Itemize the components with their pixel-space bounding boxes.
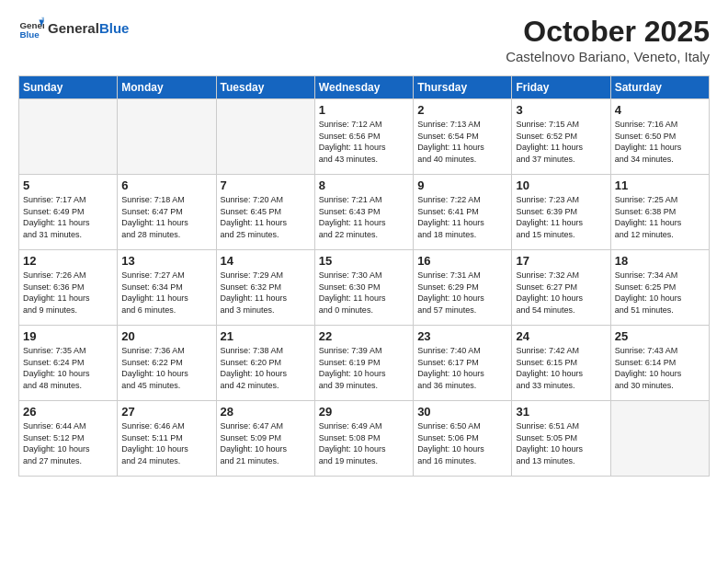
day-info: Sunrise: 7:35 AM Sunset: 6:24 PM Dayligh… [23,345,113,391]
day-info: Sunrise: 6:50 AM Sunset: 5:06 PM Dayligh… [417,420,507,466]
day-number: 12 [23,254,113,268]
day-number: 16 [417,254,507,268]
day-number: 28 [221,405,311,419]
day-number: 5 [23,178,113,192]
location-title: Castelnovo Bariano, Veneto, Italy [506,49,710,64]
day-info: Sunrise: 7:18 AM Sunset: 6:47 PM Dayligh… [121,194,211,240]
day-info: Sunrise: 7:12 AM Sunset: 6:56 PM Dayligh… [319,119,409,165]
calendar-cell: 16Sunrise: 7:31 AM Sunset: 6:29 PM Dayli… [414,250,512,326]
day-number: 9 [417,178,507,192]
calendar-cell: 2Sunrise: 7:13 AM Sunset: 6:54 PM Daylig… [414,99,512,175]
day-info: Sunrise: 7:27 AM Sunset: 6:34 PM Dayligh… [121,270,211,316]
day-number: 26 [23,405,113,419]
calendar-table: Sunday Monday Tuesday Wednesday Thursday… [18,75,710,477]
calendar-cell: 3Sunrise: 7:15 AM Sunset: 6:52 PM Daylig… [512,99,610,175]
day-number: 6 [121,178,211,192]
calendar-cell: 6Sunrise: 7:18 AM Sunset: 6:47 PM Daylig… [118,175,216,250]
page: General Blue GeneralBlue October 2025 Ca… [0,0,728,563]
calendar-week-3: 19Sunrise: 7:35 AM Sunset: 6:24 PM Dayli… [19,326,710,401]
col-sunday: Sunday [19,76,118,99]
col-thursday: Thursday [414,76,512,99]
calendar-cell: 18Sunrise: 7:34 AM Sunset: 6:25 PM Dayli… [610,250,709,326]
calendar-cell: 20Sunrise: 7:36 AM Sunset: 6:22 PM Dayli… [118,326,216,401]
day-number: 18 [615,254,705,268]
calendar-cell: 25Sunrise: 7:43 AM Sunset: 6:14 PM Dayli… [610,326,709,401]
day-number: 19 [23,329,113,343]
calendar-cell: 31Sunrise: 6:51 AM Sunset: 5:05 PM Dayli… [512,401,610,477]
day-number: 8 [319,178,409,192]
day-number: 22 [319,329,409,343]
day-info: Sunrise: 7:31 AM Sunset: 6:29 PM Dayligh… [417,270,507,316]
day-info: Sunrise: 7:25 AM Sunset: 6:38 PM Dayligh… [615,194,705,240]
day-number: 13 [121,254,211,268]
day-info: Sunrise: 7:32 AM Sunset: 6:27 PM Dayligh… [516,270,606,316]
day-info: Sunrise: 7:34 AM Sunset: 6:25 PM Dayligh… [615,270,705,316]
day-info: Sunrise: 7:15 AM Sunset: 6:52 PM Dayligh… [516,119,606,165]
calendar-cell: 19Sunrise: 7:35 AM Sunset: 6:24 PM Dayli… [19,326,118,401]
month-title: October 2025 [506,15,710,49]
calendar-header-row: Sunday Monday Tuesday Wednesday Thursday… [19,76,710,99]
day-info: Sunrise: 7:38 AM Sunset: 6:20 PM Dayligh… [221,345,311,391]
calendar-cell: 8Sunrise: 7:21 AM Sunset: 6:43 PM Daylig… [314,175,413,250]
day-number: 31 [516,405,606,419]
calendar-cell: 14Sunrise: 7:29 AM Sunset: 6:32 PM Dayli… [216,250,314,326]
calendar-cell: 10Sunrise: 7:23 AM Sunset: 6:39 PM Dayli… [512,175,610,250]
day-number: 15 [319,254,409,268]
day-info: Sunrise: 7:17 AM Sunset: 6:49 PM Dayligh… [23,194,113,240]
day-number: 4 [615,103,705,117]
calendar-cell: 22Sunrise: 7:39 AM Sunset: 6:19 PM Dayli… [314,326,413,401]
day-number: 17 [516,254,606,268]
calendar-cell: 21Sunrise: 7:38 AM Sunset: 6:20 PM Dayli… [216,326,314,401]
calendar-cell: 7Sunrise: 7:20 AM Sunset: 6:45 PM Daylig… [216,175,314,250]
calendar-cell: 23Sunrise: 7:40 AM Sunset: 6:17 PM Dayli… [414,326,512,401]
calendar-week-4: 26Sunrise: 6:44 AM Sunset: 5:12 PM Dayli… [19,401,710,477]
day-number: 11 [615,178,705,192]
calendar-cell: 26Sunrise: 6:44 AM Sunset: 5:12 PM Dayli… [19,401,118,477]
day-number: 30 [417,405,507,419]
day-info: Sunrise: 7:22 AM Sunset: 6:41 PM Dayligh… [417,194,507,240]
day-number: 23 [417,329,507,343]
svg-text:Blue: Blue [19,29,40,40]
day-info: Sunrise: 6:47 AM Sunset: 5:09 PM Dayligh… [221,420,311,466]
day-info: Sunrise: 7:30 AM Sunset: 6:30 PM Dayligh… [319,270,409,316]
calendar-cell: 28Sunrise: 6:47 AM Sunset: 5:09 PM Dayli… [216,401,314,477]
day-info: Sunrise: 7:21 AM Sunset: 6:43 PM Dayligh… [319,194,409,240]
day-info: Sunrise: 7:40 AM Sunset: 6:17 PM Dayligh… [417,345,507,391]
calendar-cell: 13Sunrise: 7:27 AM Sunset: 6:34 PM Dayli… [118,250,216,326]
calendar-cell: 12Sunrise: 7:26 AM Sunset: 6:36 PM Dayli… [19,250,118,326]
day-info: Sunrise: 6:44 AM Sunset: 5:12 PM Dayligh… [23,420,113,466]
calendar-cell: 11Sunrise: 7:25 AM Sunset: 6:38 PM Dayli… [610,175,709,250]
col-wednesday: Wednesday [314,76,413,99]
calendar-week-1: 5Sunrise: 7:17 AM Sunset: 6:49 PM Daylig… [19,175,710,250]
calendar-cell: 15Sunrise: 7:30 AM Sunset: 6:30 PM Dayli… [314,250,413,326]
day-info: Sunrise: 6:49 AM Sunset: 5:08 PM Dayligh… [319,420,409,466]
day-info: Sunrise: 7:23 AM Sunset: 6:39 PM Dayligh… [516,194,606,240]
day-number: 24 [516,329,606,343]
day-info: Sunrise: 7:36 AM Sunset: 6:22 PM Dayligh… [121,345,211,391]
day-info: Sunrise: 7:13 AM Sunset: 6:54 PM Dayligh… [417,119,507,165]
col-saturday: Saturday [610,76,709,99]
day-number: 1 [319,103,409,117]
calendar-cell: 1Sunrise: 7:12 AM Sunset: 6:56 PM Daylig… [314,99,413,175]
day-number: 3 [516,103,606,117]
day-number: 20 [121,329,211,343]
day-info: Sunrise: 6:51 AM Sunset: 5:05 PM Dayligh… [516,420,606,466]
calendar-cell: 9Sunrise: 7:22 AM Sunset: 6:41 PM Daylig… [414,175,512,250]
calendar-cell: 4Sunrise: 7:16 AM Sunset: 6:50 PM Daylig… [610,99,709,175]
calendar-cell: 29Sunrise: 6:49 AM Sunset: 5:08 PM Dayli… [314,401,413,477]
day-number: 10 [516,178,606,192]
day-info: Sunrise: 7:43 AM Sunset: 6:14 PM Dayligh… [615,345,705,391]
day-info: Sunrise: 7:26 AM Sunset: 6:36 PM Dayligh… [23,270,113,316]
col-friday: Friday [512,76,610,99]
day-number: 27 [121,405,211,419]
calendar-cell [118,99,216,175]
col-tuesday: Tuesday [216,76,314,99]
day-info: Sunrise: 6:46 AM Sunset: 5:11 PM Dayligh… [121,420,211,466]
calendar-cell [216,99,314,175]
day-info: Sunrise: 7:29 AM Sunset: 6:32 PM Dayligh… [221,270,311,316]
day-info: Sunrise: 7:39 AM Sunset: 6:19 PM Dayligh… [319,345,409,391]
header: General Blue GeneralBlue October 2025 Ca… [18,15,710,64]
logo-blue: Blue [99,20,130,36]
calendar-week-0: 1Sunrise: 7:12 AM Sunset: 6:56 PM Daylig… [19,99,710,175]
day-number: 14 [221,254,311,268]
